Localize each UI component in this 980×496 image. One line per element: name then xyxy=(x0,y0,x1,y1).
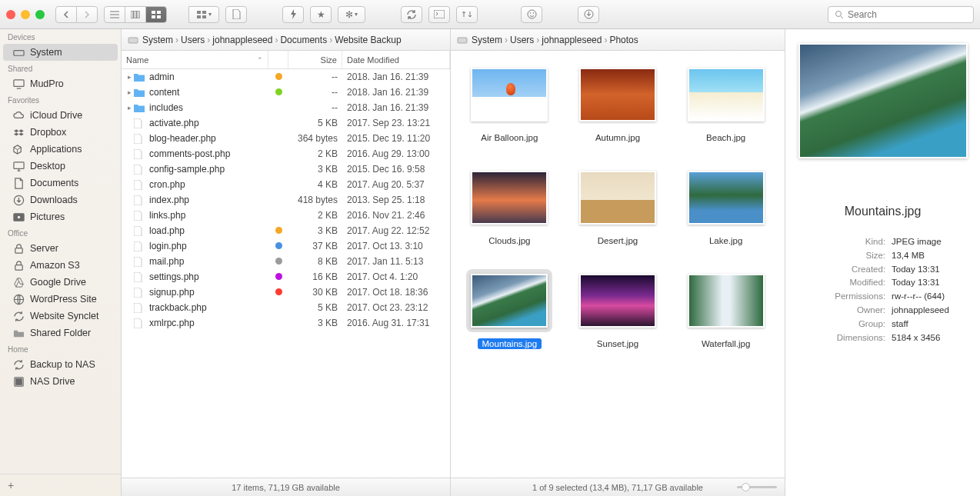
meta-value: 13,4 MB xyxy=(892,249,925,263)
sidebar-item[interactable]: MudPro xyxy=(0,75,121,92)
grid-item[interactable]: Waterfall.jpg xyxy=(676,269,775,349)
list-row[interactable]: load.php 3 KB 2017. Aug 22. 12:52 xyxy=(122,223,450,238)
meta-value: 5184 x 3456 xyxy=(892,331,940,345)
sidebar-item-label: Documents xyxy=(30,178,78,188)
grid-item[interactable]: Sunset.jpg xyxy=(568,269,668,349)
action-menu-button[interactable]: ✻▾ xyxy=(338,6,365,23)
search-input[interactable] xyxy=(848,9,967,20)
list-view-button[interactable] xyxy=(104,6,125,23)
new-file-button[interactable] xyxy=(225,6,247,23)
search-field[interactable] xyxy=(828,6,974,23)
sidebar-item[interactable]: Pictures xyxy=(0,208,121,225)
icon-size-slider[interactable] xyxy=(737,486,777,488)
sidebar-item[interactable]: NAS Drive xyxy=(0,373,121,390)
sidebar-item[interactable]: Documents xyxy=(0,175,121,191)
col-name[interactable]: Name⌃ xyxy=(122,51,268,68)
window-controls xyxy=(6,10,45,19)
sync-button[interactable] xyxy=(401,6,422,23)
tag-dot xyxy=(268,241,288,251)
thumbnail xyxy=(471,274,548,328)
grid-item[interactable]: Lake.jpg xyxy=(676,166,775,246)
download-button[interactable] xyxy=(578,6,599,23)
path-segment[interactable]: Users xyxy=(181,35,205,45)
list-row[interactable]: blog-header.php 364 bytes 2015. Dec 19. … xyxy=(122,131,450,146)
grid-item[interactable]: Mountains.jpg xyxy=(460,269,559,349)
meta-row: Size:13,4 MB xyxy=(816,249,949,263)
grid-item[interactable]: Air Balloon.jpg xyxy=(460,63,559,143)
desktop-icon xyxy=(12,160,25,172)
icon-view-button[interactable] xyxy=(145,6,167,23)
sidebar-item[interactable]: iCloud Drive xyxy=(0,107,121,124)
list-row[interactable]: login.php 37 KB 2017. Oct 13. 3:10 xyxy=(122,238,450,254)
list-row[interactable]: ▸ includes -- 2018. Jan 16. 21:39 xyxy=(122,100,450,115)
list-row[interactable]: activate.php 5 KB 2017. Sep 23. 13:21 xyxy=(122,115,450,131)
sidebar-item[interactable]: Downloads xyxy=(0,191,121,208)
grid-item[interactable]: Desert.jpg xyxy=(568,166,668,246)
path-segment[interactable]: Users xyxy=(510,35,534,45)
file-icon xyxy=(134,257,146,267)
list-row[interactable]: comments-post.php 2 KB 2016. Aug 29. 13:… xyxy=(122,146,450,161)
thumbnail xyxy=(579,274,656,328)
quick-action-button[interactable] xyxy=(282,6,304,23)
list-row[interactable]: settings.php 16 KB 2017. Oct 4. 1:20 xyxy=(122,269,450,285)
file-date: 2017. Aug 22. 12:52 xyxy=(342,225,450,236)
sidebar-item[interactable]: WordPress Site xyxy=(0,291,121,308)
sidebar-item[interactable]: Google Drive xyxy=(0,274,121,291)
file-date: 2018. Jan 16. 21:39 xyxy=(342,102,450,113)
sidebar-item[interactable]: Desktop xyxy=(0,158,121,175)
apps-icon xyxy=(12,143,25,155)
terminal-button[interactable] xyxy=(428,6,450,23)
col-date[interactable]: Date Modified xyxy=(342,51,450,68)
disclosure-icon[interactable]: ▸ xyxy=(125,73,134,81)
arrange-button[interactable]: ▾ xyxy=(188,6,219,23)
thumbnail xyxy=(688,68,765,122)
close-window[interactable] xyxy=(6,10,15,19)
list-row[interactable]: ▸ admin -- 2018. Jan 16. 21:39 xyxy=(122,69,450,85)
path-segment[interactable]: System xyxy=(472,35,502,45)
sidebar-item[interactable]: Applications xyxy=(0,141,121,158)
sidebar-item[interactable]: Shared Folder xyxy=(0,325,121,341)
sidebar-item[interactable]: Backup to NAS xyxy=(0,356,121,373)
list-row[interactable]: config-sample.php 3 KB 2015. Dec 16. 9:5… xyxy=(122,161,450,177)
disclosure-icon[interactable]: ▸ xyxy=(125,88,134,96)
list-row[interactable]: xmlrpc.php 3 KB 2016. Aug 31. 17:31 xyxy=(122,315,450,331)
path-separator-icon: › xyxy=(534,35,542,45)
emoji-button[interactable] xyxy=(521,6,542,23)
back-button[interactable] xyxy=(55,6,77,23)
sidebar-item[interactable]: Dropbox xyxy=(0,124,121,141)
forward-button[interactable] xyxy=(76,6,98,23)
list-row[interactable]: ▸ content -- 2018. Jan 16. 21:39 xyxy=(122,85,450,100)
col-tag[interactable] xyxy=(268,51,288,68)
add-sidebar-item[interactable]: + xyxy=(0,474,121,496)
list-row[interactable]: trackback.php 5 KB 2017. Oct 23. 23:12 xyxy=(122,300,450,315)
path-segment[interactable]: Photos xyxy=(609,35,638,45)
sidebar-item[interactable]: Website Synclet xyxy=(0,308,121,325)
compare-button[interactable] xyxy=(456,6,478,23)
path-segment[interactable]: johnappleseed xyxy=(212,35,272,45)
path-segment[interactable]: Website Backup xyxy=(335,35,402,45)
list-row[interactable]: links.php 2 KB 2016. Nov 21. 2:46 xyxy=(122,208,450,223)
svg-rect-7 xyxy=(197,11,201,14)
grid-item[interactable]: Clouds.jpg xyxy=(460,166,559,246)
grid-item[interactable]: Autumn.jpg xyxy=(568,63,668,143)
favorite-button[interactable]: ★ xyxy=(310,6,332,23)
file-date: 2017. Oct 23. 23:12 xyxy=(342,302,450,313)
sidebar-item[interactable]: Amazon S3 xyxy=(0,257,121,274)
sidebar-item[interactable]: Server xyxy=(0,240,121,257)
path-segment[interactable]: Documents xyxy=(280,35,327,45)
minimize-window[interactable] xyxy=(21,10,30,19)
column-view-button[interactable] xyxy=(125,6,146,23)
zoom-window[interactable] xyxy=(35,10,45,19)
grid-item[interactable]: Beach.jpg xyxy=(676,63,775,143)
list-row[interactable]: signup.php 30 KB 2017. Oct 18. 18:36 xyxy=(122,285,450,300)
list-row[interactable]: mail.php 8 KB 2017. Jan 11. 5:13 xyxy=(122,254,450,269)
svg-rect-8 xyxy=(202,11,206,14)
list-row[interactable]: index.php 418 bytes 2013. Sep 25. 1:18 xyxy=(122,192,450,208)
sidebar-item[interactable]: System xyxy=(3,44,118,61)
list-row[interactable]: cron.php 4 KB 2017. Aug 20. 5:37 xyxy=(122,177,450,192)
disclosure-icon[interactable]: ▸ xyxy=(125,104,134,112)
path-segment[interactable]: johnappleseed xyxy=(542,35,602,45)
col-size[interactable]: Size xyxy=(288,51,342,68)
path-segment[interactable]: System xyxy=(142,35,173,45)
sidebar-item-label: System xyxy=(30,47,62,58)
